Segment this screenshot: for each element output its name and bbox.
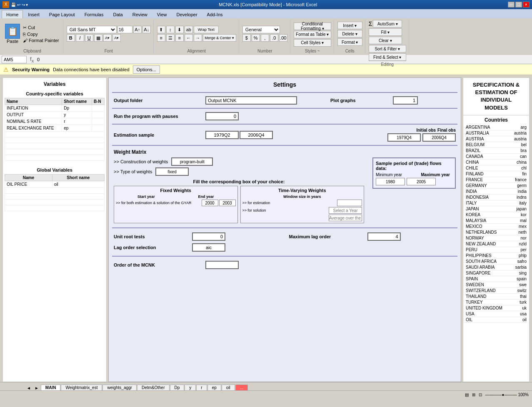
increase-decimal-button[interactable]: .00 <box>279 34 287 42</box>
conditional-formatting-button[interactable]: Conditional Formatting ▾ <box>294 22 331 30</box>
italic-button[interactable]: I <box>76 34 84 42</box>
format-cells-button[interactable]: Format ▾ <box>337 38 362 46</box>
country-name: CANADA <box>466 154 483 159</box>
tab-nav-next[interactable]: ► <box>33 386 40 390</box>
minimize-button[interactable]: — <box>508 2 515 7</box>
tv-window-input[interactable] <box>337 200 362 206</box>
tab-add-ins[interactable]: Add-Ins <box>202 10 227 18</box>
text-orient-button[interactable]: ab <box>185 26 193 33</box>
sheet-tab-more[interactable]: ... <box>235 385 248 390</box>
copy-button[interactable]: ⎘ Copy <box>22 31 60 37</box>
sheet-tab-oil[interactable]: oil <box>222 385 235 390</box>
increase-font-button[interactable]: A↑ <box>133 26 142 33</box>
tv-solution-row: >> for solution <box>242 207 362 214</box>
decrease-indent-button[interactable]: ← <box>185 34 193 42</box>
sheet-tab-ep[interactable]: ep <box>207 385 221 390</box>
tab-review[interactable]: Review <box>128 10 152 18</box>
font-family-select[interactable]: Gill Sans MT <box>67 26 117 33</box>
sheet-tab-weights-aggr[interactable]: weights_aggr <box>102 385 136 390</box>
tab-insert[interactable]: Insert <box>23 10 44 18</box>
bold-button[interactable]: B <box>67 34 75 42</box>
tab-formulas[interactable]: Formulas <box>80 10 108 18</box>
close-button[interactable]: ✕ <box>523 2 530 7</box>
paste-button[interactable]: 📋 Paste <box>4 23 21 45</box>
format-as-table-button[interactable]: Format as Table ▾ <box>294 31 331 38</box>
fill-color-button[interactable]: A▾ <box>103 34 112 42</box>
delete-cells-button[interactable]: Delete ▾ <box>337 30 362 37</box>
estimation-start-input[interactable] <box>205 131 239 139</box>
tab-view[interactable]: View <box>152 10 172 18</box>
fixed-end-year-input[interactable] <box>219 200 236 206</box>
var-short: ep <box>62 125 92 132</box>
align-left-button[interactable]: ≡ <box>157 34 165 42</box>
insert-cells-button[interactable]: Insert ▾ <box>337 22 362 29</box>
cell-reference-input[interactable]: AM5 <box>2 56 27 63</box>
cell-styles-button[interactable]: Cell Styles ▾ <box>294 39 331 47</box>
run-pauses-input[interactable] <box>205 112 239 120</box>
font-size-input[interactable] <box>117 26 132 33</box>
align-middle-button[interactable]: ↕ <box>166 26 175 33</box>
avg-window-input[interactable] <box>329 215 362 221</box>
wrap-text-button[interactable]: Wrap Text <box>194 26 219 33</box>
sheet-tab-weightmatrix[interactable]: Weightmatrix_est <box>61 385 102 390</box>
format-painter-button[interactable]: 🖌 Format Painter <box>22 37 60 43</box>
formula-input[interactable]: 0 <box>37 56 530 63</box>
currency-button[interactable]: $ <box>242 34 251 42</box>
align-bottom-button[interactable]: ⬇ <box>175 26 184 33</box>
plot-graphs-input[interactable] <box>393 96 418 105</box>
tab-page-layout[interactable]: Page Layout <box>45 10 80 18</box>
final-obs-input[interactable] <box>422 133 456 142</box>
increase-indent-button[interactable]: → <box>194 34 202 42</box>
sheet-tab-main[interactable]: MAIN <box>41 385 61 390</box>
tab-home[interactable]: Home <box>2 10 23 18</box>
border-button[interactable]: ▦ <box>94 34 102 42</box>
align-top-button[interactable]: ⬆ <box>157 26 165 33</box>
min-year-input[interactable] <box>376 178 405 185</box>
sheet-tab-y[interactable]: y <box>185 385 196 390</box>
fill-button[interactable]: Fill ▾ <box>369 28 402 36</box>
select-year-input[interactable] <box>329 207 362 214</box>
lag-order-input[interactable] <box>192 243 225 252</box>
cut-button[interactable]: ✂ Cut <box>22 25 60 31</box>
view-pagelayout[interactable]: ⊡ <box>479 392 482 397</box>
decrease-font-button[interactable]: A↓ <box>142 26 151 33</box>
tab-data[interactable]: Data <box>108 10 127 18</box>
underline-button[interactable]: U <box>85 34 93 42</box>
variables-title: Variables <box>3 81 106 87</box>
view-normal[interactable]: ▤ <box>465 392 469 397</box>
autosum-button[interactable]: AutoSum ▾ <box>373 20 402 27</box>
decrease-decimal-button[interactable]: .0 <box>270 34 278 42</box>
paste-label: Paste <box>7 39 18 44</box>
country-name: ITALY <box>466 201 477 205</box>
sheet-tab-dp[interactable]: Dp <box>170 385 185 390</box>
options-button[interactable]: Options... <box>133 65 160 74</box>
tab-developer[interactable]: Developer <box>172 10 202 18</box>
type-input[interactable] <box>155 167 189 176</box>
align-right-button[interactable]: ≡ <box>175 34 184 42</box>
tab-nav-prev[interactable]: ◄ <box>25 386 32 390</box>
right-panel: SPECIFICATION &ESTIMATION OFINDIVIDUALMO… <box>463 77 530 382</box>
sheet-tab-detm[interactable]: Detm&Other <box>137 385 170 390</box>
max-lag-input[interactable] <box>367 232 401 241</box>
sheet-tab-r[interactable]: r <box>196 385 207 390</box>
settings-title: Settings <box>109 81 461 88</box>
construction-input[interactable] <box>171 157 213 166</box>
max-year-input[interactable] <box>407 178 436 185</box>
sort-filter-button[interactable]: Sort & Filter ▾ <box>369 45 406 52</box>
percent-button[interactable]: % <box>252 34 260 42</box>
comma-button[interactable]: , <box>261 34 269 42</box>
zoom-slider[interactable]: ————●——— 100% <box>485 392 529 397</box>
restore-button[interactable]: □ <box>515 2 522 7</box>
font-color-button[interactable]: A▾ <box>112 34 121 42</box>
unit-root-input[interactable] <box>192 232 225 241</box>
output-folder-input[interactable] <box>205 96 297 105</box>
initial-obs-input[interactable] <box>387 133 421 142</box>
fixed-start-year-input[interactable] <box>202 200 218 206</box>
estimation-end-input[interactable] <box>240 131 273 139</box>
number-format-select[interactable]: General <box>242 26 280 33</box>
align-center-button[interactable]: ☰ <box>166 34 175 42</box>
clear-button[interactable]: Clear ▾ <box>369 37 402 44</box>
view-pagebreak[interactable]: ⊞ <box>472 392 475 397</box>
merge-center-button[interactable]: Merge & Center ▾ <box>203 34 236 42</box>
order-mcnk-input[interactable] <box>205 261 239 269</box>
